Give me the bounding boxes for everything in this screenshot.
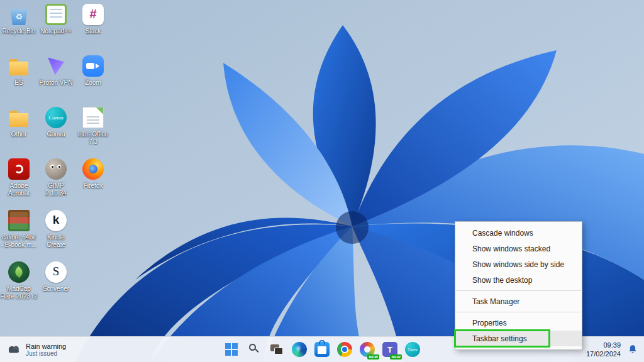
desktop-icon-label: Canva	[37, 131, 75, 138]
new-badge: NEW	[367, 354, 379, 359]
desktop-icon-scrivener[interactable]: Scrivener	[37, 261, 75, 293]
desktop-icon-canva[interactable]: Canva Canva	[37, 107, 75, 138]
desktop-icon-zoom[interactable]: Zoom	[74, 55, 112, 87]
task-view-button[interactable]	[268, 341, 286, 358]
canva-icon: Canva	[405, 342, 420, 357]
desktop-icon-recycle-bin[interactable]: Recycle Bin	[0, 4, 38, 35]
desktop-icon-proton-vpn[interactable]: Proton VPN	[37, 55, 75, 87]
desktop-icon-label: GIMP 2.10.34	[37, 182, 75, 197]
proton-vpn-icon	[45, 55, 67, 77]
menu-item-label: Taskbar settings	[472, 334, 527, 343]
taskbar-context-menu: Cascade windows Show windows stacked Sho…	[455, 221, 582, 350]
folder-icon	[8, 55, 30, 77]
desktop-icon-adobe-acrobat[interactable]: Adobe Acrobat	[0, 158, 38, 197]
desktop-icon-label: LibreOffice 7.3	[74, 131, 112, 146]
menu-item-show-windows-side-by-side[interactable]: Show windows side by side	[455, 256, 582, 272]
desktop-icon-label: ES	[0, 79, 38, 87]
store-button[interactable]	[313, 341, 331, 358]
desktop-icon-label: Other	[0, 131, 38, 138]
desktop-icon-gimp[interactable]: GIMP 2.10.34	[37, 158, 75, 197]
desktop-icon-firefox[interactable]: Firefox	[74, 158, 112, 190]
libreoffice-icon	[82, 107, 104, 128]
desktop-icon-label: Adobe Acrobat	[0, 182, 38, 197]
desktop-icon-slack[interactable]: Slack	[74, 4, 112, 35]
menu-separator	[456, 312, 581, 312]
gimp-icon	[45, 158, 67, 180]
desktop-icon-label: Proton VPN	[37, 79, 75, 87]
chrome-button[interactable]	[336, 341, 353, 358]
desktop-icon-label: Zoom	[74, 79, 112, 87]
madcap-flare-icon	[8, 261, 30, 283]
menu-item-taskbar-settings[interactable]: Taskbar settings	[455, 331, 582, 346]
desktop-icon-notepad-plus-plus[interactable]: Notepad++	[37, 4, 75, 35]
desktop-icon-label: Recycle Bin	[0, 28, 38, 35]
canva-icon: Canva	[45, 107, 67, 128]
start-button[interactable]	[223, 341, 240, 358]
taskbar-pinned-icons: NEW NEW Canva	[223, 337, 421, 362]
search-icon	[247, 342, 262, 357]
store-icon	[314, 342, 330, 357]
menu-item-task-manager[interactable]: Task Manager	[455, 293, 582, 309]
menu-item-show-the-desktop[interactable]: Show the desktop	[455, 272, 582, 288]
taskbar-clock[interactable]: 09:39 17/02/2024	[586, 341, 621, 359]
task-view-icon	[269, 342, 284, 357]
canva-wordmark: Canva	[48, 114, 64, 121]
notepad-plus-plus-icon	[45, 4, 67, 25]
desktop-icon-label: calibre 64bit - E-book m...	[0, 234, 38, 249]
desktop-icon-label: Kindle Create	[37, 234, 75, 249]
recycle-bin-icon	[8, 4, 30, 25]
kindle-create-icon	[45, 210, 67, 231]
edge-button[interactable]	[291, 341, 308, 358]
clock-date: 17/02/2024	[586, 349, 621, 358]
calibre-icon	[8, 210, 30, 231]
menu-item-cascade-windows[interactable]: Cascade windows	[455, 225, 582, 241]
desktop-icon-label: Scrivener	[37, 285, 75, 293]
scrivener-icon	[45, 261, 67, 283]
system-tray: 09:39 17/02/2024	[586, 337, 639, 362]
teams-button[interactable]: NEW	[381, 341, 399, 358]
windows-start-icon	[224, 342, 239, 357]
desktop-icon-other-folder[interactable]: Other	[0, 107, 38, 138]
desktop-icon-madcap-flare[interactable]: MadCap Flare 2023 r2	[0, 261, 38, 300]
photos-button[interactable]: NEW	[358, 341, 376, 358]
weather-subtitle: Just issued	[26, 350, 66, 357]
zoom-icon	[82, 55, 104, 77]
desktop-icon-label: Notepad++	[37, 28, 75, 35]
storm-cloud-icon	[6, 344, 21, 355]
desktop-icon-label: Firefox	[74, 182, 112, 190]
desktop-icon-label: Slack	[74, 28, 112, 35]
canva-button[interactable]: Canva	[404, 341, 421, 358]
folder-icon	[8, 107, 30, 128]
new-badge: NEW	[390, 354, 402, 359]
desktop-icon-es-folder[interactable]: ES	[0, 55, 38, 87]
slack-icon	[82, 4, 104, 25]
desktop-icon-libreoffice[interactable]: LibreOffice 7.3	[74, 107, 112, 146]
desktop-icon-kindle-create[interactable]: Kindle Create	[37, 210, 75, 249]
weather-title: Rain warning	[26, 343, 66, 350]
desktop-icon-label: MadCap Flare 2023 r2	[0, 285, 38, 300]
menu-item-show-windows-stacked[interactable]: Show windows stacked	[455, 241, 582, 256]
search-button[interactable]	[245, 341, 263, 358]
desktop-icon-calibre[interactable]: calibre 64bit - E-book m...	[0, 210, 38, 249]
menu-item-properties[interactable]: Properties	[455, 315, 582, 331]
firefox-icon	[82, 158, 104, 180]
clock-time: 09:39	[586, 341, 621, 349]
canva-wordmark: Canva	[408, 348, 418, 351]
adobe-acrobat-icon	[8, 158, 30, 180]
notification-bell-icon	[628, 344, 638, 354]
menu-separator	[456, 290, 581, 291]
notifications-button[interactable]	[626, 343, 639, 356]
weather-widget[interactable]: Rain warning Just issued	[6, 337, 66, 362]
edge-icon	[292, 342, 307, 357]
chrome-icon	[337, 342, 352, 357]
